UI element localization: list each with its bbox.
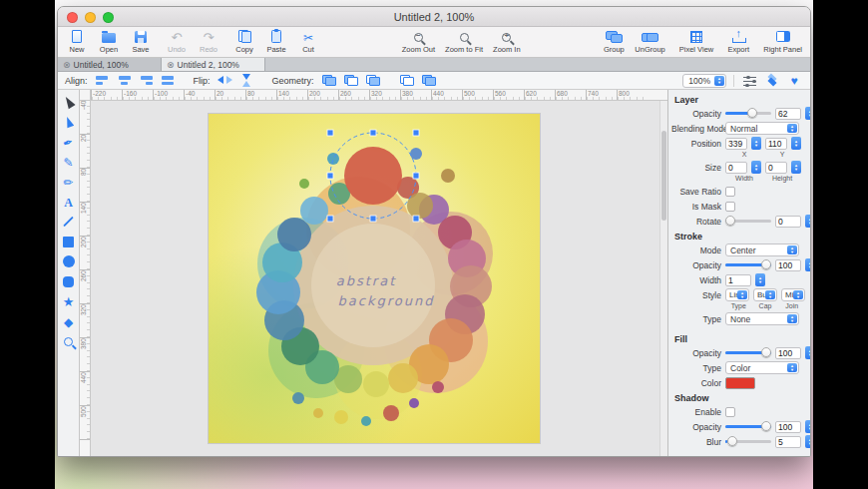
zoom-in-button[interactable]: Zoom In: [493, 29, 521, 54]
line-tool[interactable]: [61, 215, 77, 229]
artwork-circle[interactable]: [344, 147, 402, 205]
tab-untitled-1[interactable]: Untitled, 100%: [58, 58, 162, 71]
direct-select-tool[interactable]: [61, 115, 77, 129]
size-height-field[interactable]: [765, 162, 787, 174]
fill-opacity-stepper[interactable]: [805, 346, 810, 359]
flip-horizontal-button[interactable]: [217, 74, 234, 88]
shadow-blur-stepper[interactable]: [805, 435, 810, 448]
flip-vertical-button[interactable]: [238, 74, 256, 88]
minimize-window-button[interactable]: [85, 12, 96, 23]
artwork-circle[interactable]: [299, 179, 309, 189]
selection-handle[interactable]: [413, 130, 419, 136]
artwork-text-line1[interactable]: abstrat: [336, 273, 397, 288]
pixel-view-button[interactable]: Pixel View: [679, 29, 713, 54]
stroke-opacity-slider[interactable]: [725, 263, 771, 266]
tab-close-icon[interactable]: [63, 60, 71, 70]
selection-handle[interactable]: [327, 173, 333, 179]
copy-button[interactable]: Copy: [233, 29, 255, 54]
save-ratio-checkbox[interactable]: [725, 187, 735, 197]
paste-button[interactable]: Paste: [265, 29, 287, 54]
stroke-mode-select[interactable]: Center: [725, 244, 799, 256]
artwork-circle[interactable]: [277, 218, 311, 251]
shadow-opacity-slider[interactable]: [725, 425, 771, 428]
fill-opacity-field[interactable]: [775, 347, 801, 359]
stroke-width-stepper[interactable]: [755, 273, 765, 286]
selection-handle[interactable]: [413, 216, 419, 222]
is-mask-checkbox[interactable]: [725, 202, 735, 212]
rectangle-tool[interactable]: [61, 235, 77, 248]
rotate-field[interactable]: [775, 216, 801, 228]
group-button[interactable]: Group: [603, 29, 625, 54]
marker-tool[interactable]: [61, 175, 77, 189]
size-width-field[interactable]: [725, 162, 747, 174]
fill-color-swatch[interactable]: [725, 377, 755, 389]
favorites-button[interactable]: [785, 74, 803, 88]
artwork-circle[interactable]: [300, 197, 328, 225]
artwork-text-line2[interactable]: background: [338, 293, 435, 308]
boolean-exclude-button[interactable]: [398, 74, 416, 88]
position-x-stepper[interactable]: [751, 137, 761, 150]
boolean-union-button[interactable]: [320, 74, 338, 88]
position-y-field[interactable]: [765, 138, 787, 150]
pencil-tool[interactable]: [61, 155, 77, 169]
fill-opacity-slider[interactable]: [725, 351, 771, 354]
artwork-circle[interactable]: [410, 148, 422, 160]
zoom-level-select[interactable]: 100%: [682, 74, 726, 88]
rounded-rect-tool[interactable]: [61, 274, 77, 288]
stroke-join-select[interactable]: Mi...: [781, 288, 805, 301]
boolean-intersect-button[interactable]: [364, 74, 382, 88]
zoom-to-fit-button[interactable]: Zoom to Fit: [445, 29, 483, 54]
right-panel-button[interactable]: Right Panel: [763, 29, 802, 54]
shadow-blur-field[interactable]: [775, 436, 801, 448]
shadow-enable-checkbox[interactable]: [725, 407, 735, 417]
artwork-circle[interactable]: [432, 381, 444, 393]
stroke-opacity-field[interactable]: [775, 259, 801, 271]
open-button[interactable]: Open: [98, 29, 120, 54]
align-center-button[interactable]: [116, 74, 134, 88]
tab-close-icon[interactable]: [167, 60, 175, 70]
selection-handle[interactable]: [327, 130, 333, 136]
vertical-scrollbar[interactable]: [659, 101, 667, 456]
size-height-stepper[interactable]: [791, 161, 801, 174]
shadow-blur-slider[interactable]: [725, 440, 771, 443]
boolean-divide-button[interactable]: [420, 74, 438, 88]
scrollbar-thumb[interactable]: [661, 131, 666, 221]
text-tool[interactable]: [61, 195, 77, 209]
align-right-button[interactable]: [138, 74, 156, 88]
stroke-line-select[interactable]: Line: [725, 288, 749, 301]
layer-opacity-stepper[interactable]: [805, 107, 810, 120]
tab-untitled-2[interactable]: Untitled 2, 100%: [162, 58, 265, 71]
select-tool[interactable]: [61, 95, 77, 109]
artwork-circle[interactable]: [388, 363, 418, 393]
position-x-field[interactable]: [725, 138, 747, 150]
stroke-cap-select[interactable]: Butt: [753, 288, 777, 301]
selection-handle[interactable]: [327, 216, 333, 222]
layers-button[interactable]: [763, 74, 781, 88]
selection-handle[interactable]: [370, 216, 376, 222]
tune-button[interactable]: [741, 74, 759, 88]
position-y-stepper[interactable]: [791, 137, 801, 150]
artwork-canvas[interactable]: abstrat background: [209, 114, 540, 443]
artwork-circle[interactable]: [327, 153, 339, 165]
artwork-circle[interactable]: [361, 416, 371, 426]
pen-tool[interactable]: [61, 135, 77, 149]
artwork-circle[interactable]: [313, 408, 323, 418]
new-button[interactable]: New: [66, 29, 88, 54]
redo-button[interactable]: Redo: [198, 29, 219, 54]
star-tool[interactable]: [61, 294, 77, 308]
artwork-circle[interactable]: [441, 169, 455, 183]
selection-handle[interactable]: [413, 173, 419, 179]
fill-type-select[interactable]: Color: [725, 361, 799, 374]
artwork-circle[interactable]: [334, 410, 348, 424]
cut-button[interactable]: Cut: [297, 29, 319, 54]
stroke-width-field[interactable]: [725, 274, 751, 286]
blending-mode-select[interactable]: Normal: [725, 122, 799, 135]
rotate-slider[interactable]: [725, 220, 771, 223]
artwork-circle[interactable]: [383, 405, 399, 421]
stroke-type-select[interactable]: None: [725, 312, 799, 325]
artwork-circle[interactable]: [292, 392, 304, 404]
size-width-stepper[interactable]: [751, 161, 761, 174]
zoom-tool[interactable]: [61, 334, 77, 348]
align-left-button[interactable]: [94, 74, 112, 88]
layer-opacity-field[interactable]: [775, 108, 801, 120]
